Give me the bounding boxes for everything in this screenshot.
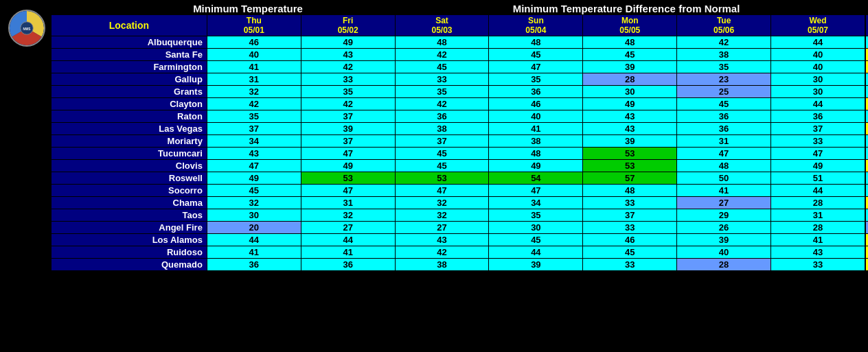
temp-cell: 49 — [207, 172, 301, 185]
temp-cell: 25 — [677, 86, 771, 98]
temp-cell: 35 — [677, 61, 771, 73]
temp-cell: 48 — [583, 185, 677, 197]
temp-cell: 48 — [395, 36, 489, 49]
temp-cell: 31 — [677, 135, 771, 148]
main-content: Location Thu05/01 Fri05/02 Sat05/03 Sun0… — [51, 14, 865, 271]
temp-cell: 44 — [771, 185, 865, 197]
temp-cell: 48 — [489, 36, 583, 49]
temp-cell: 38 — [395, 123, 489, 135]
temp-cell: 42 — [207, 98, 301, 110]
temp-cell: 28 — [583, 73, 677, 86]
diff-cell: 1 — [866, 61, 869, 73]
temp-cell: 36 — [301, 259, 395, 271]
temp-cell: 28 — [677, 259, 771, 271]
diff-cell: 3 — [866, 49, 869, 61]
temp-cell: 36 — [207, 259, 301, 271]
temp-cell: 35 — [207, 110, 301, 123]
temp-cell: 36 — [677, 123, 771, 135]
temp-cell: 42 — [395, 98, 489, 110]
col-sat-1: Sat05/03 — [395, 15, 489, 36]
temp-table: Location Thu05/01 Fri05/02 Sat05/03 Sun0… — [51, 14, 865, 271]
temp-cell: 34 — [207, 135, 301, 148]
temp-cell: 33 — [395, 73, 489, 86]
temp-cell: 31 — [301, 197, 395, 209]
temp-cell: 31 — [771, 209, 865, 222]
temp-cell: 33 — [771, 259, 865, 271]
location-cell: Ruidoso — [52, 246, 207, 259]
temp-cell: 53 — [395, 172, 489, 185]
location-cell: Grants — [52, 86, 207, 98]
temp-cell: 45 — [489, 234, 583, 246]
location-cell: Tucumcari — [52, 148, 207, 160]
temp-cell: 23 — [677, 73, 771, 86]
col-thu-1: Thu05/01 — [207, 15, 301, 36]
temp-cell: 43 — [207, 148, 301, 160]
temp-cell: 47 — [489, 185, 583, 197]
temp-cell: 47 — [207, 160, 301, 172]
temp-cell: 49 — [301, 36, 395, 49]
location-cell: Chama — [52, 197, 207, 209]
temp-cell: 27 — [301, 222, 395, 234]
location-cell: Clovis — [52, 160, 207, 172]
temp-cell: 27 — [395, 222, 489, 234]
temp-cell: 39 — [583, 61, 677, 73]
temp-cell: 53 — [583, 148, 677, 160]
diff-cell: 1 — [866, 98, 869, 110]
temp-cell: 47 — [489, 61, 583, 73]
temp-cell: 33 — [583, 259, 677, 271]
temp-cell: 49 — [301, 160, 395, 172]
temp-cell: 40 — [207, 49, 301, 61]
right-title: Minimum Temperature Difference from Norm… — [387, 3, 865, 14]
location-cell: Clayton — [52, 98, 207, 110]
location-cell: Socorro — [52, 185, 207, 197]
temp-cell: 30 — [489, 222, 583, 234]
temp-cell: 37 — [395, 135, 489, 148]
col-fri-1: Fri05/02 — [301, 15, 395, 36]
temp-cell: 30 — [583, 86, 677, 98]
col-wed-1: Wed05/07 — [771, 15, 865, 36]
temp-cell: 46 — [207, 36, 301, 49]
temp-cell: 37 — [771, 123, 865, 135]
temp-cell: 36 — [771, 110, 865, 123]
temp-cell: 41 — [301, 246, 395, 259]
temp-cell: 36 — [489, 86, 583, 98]
temp-cell: 37 — [583, 209, 677, 222]
temp-cell: 34 — [489, 197, 583, 209]
location-cell: Moriarty — [52, 135, 207, 148]
temp-cell: 45 — [207, 185, 301, 197]
temp-cell: 32 — [301, 209, 395, 222]
col-sun-1: Sun05/04 — [489, 15, 583, 36]
temp-cell: 45 — [677, 98, 771, 110]
temp-cell: 32 — [207, 197, 301, 209]
temp-cell: 44 — [489, 246, 583, 259]
temp-cell: 42 — [395, 49, 489, 61]
temp-cell: 33 — [583, 222, 677, 234]
temp-cell: 33 — [771, 135, 865, 148]
temp-cell: 35 — [489, 73, 583, 86]
temp-cell: 42 — [677, 36, 771, 49]
temp-cell: 33 — [583, 197, 677, 209]
logo-area: NWS — [3, 3, 51, 47]
temp-cell: 35 — [489, 209, 583, 222]
temp-cell: 41 — [207, 61, 301, 73]
diff-cell: -8 — [866, 222, 869, 234]
temp-cell: 47 — [677, 148, 771, 160]
logo: NWS — [8, 10, 45, 47]
temp-cell: 45 — [583, 49, 677, 61]
temp-cell: 39 — [583, 135, 677, 148]
temp-cell: 41 — [207, 246, 301, 259]
location-cell: Santa Fe — [52, 49, 207, 61]
temp-cell: 49 — [489, 160, 583, 172]
temp-cell: 41 — [771, 234, 865, 246]
temp-cell: 43 — [583, 110, 677, 123]
diff-cell: -2 — [866, 209, 869, 222]
diff-col-thu: Thu05/01 — [866, 15, 869, 36]
temp-cell: 37 — [301, 110, 395, 123]
diff-cell: -1 — [866, 36, 869, 49]
diff-cell: -1 — [866, 135, 869, 148]
temp-cell: 42 — [301, 61, 395, 73]
temp-cell: 27 — [677, 197, 771, 209]
tables-wrapper: Minimum Temperature Minimum Temperature … — [51, 3, 865, 271]
diff-cell: -3 — [866, 148, 869, 160]
temp-cell: 33 — [301, 73, 395, 86]
